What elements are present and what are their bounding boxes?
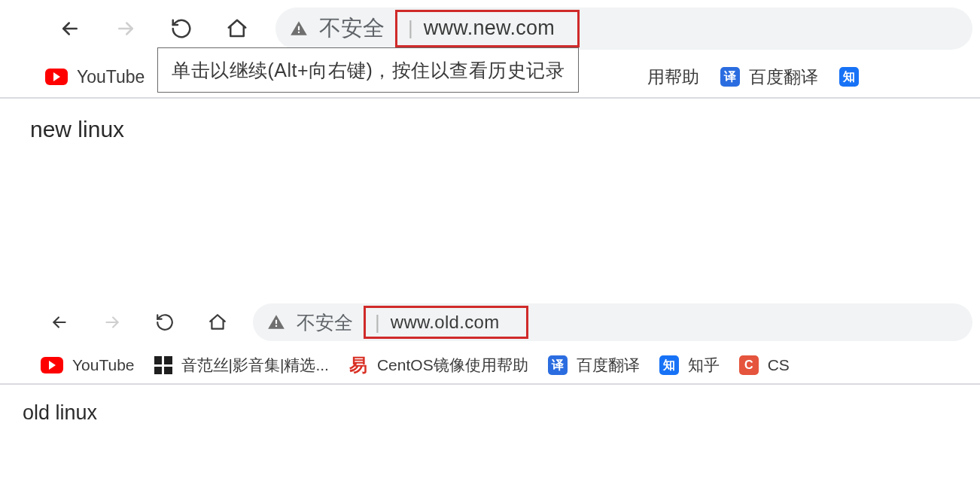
bookmark-yinfansi[interactable]: 音范丝|影音集|精选... <box>154 355 329 376</box>
home-icon <box>226 17 248 40</box>
csdn-icon: C <box>739 355 759 375</box>
address-bar[interactable]: 不安全 | www.old.com <box>253 303 972 341</box>
toolbar: 不安全 | www.old.com <box>0 297 980 347</box>
home-icon <box>208 312 227 332</box>
grid-icon <box>154 356 172 374</box>
bookmark-zhihu[interactable]: 知 知乎 <box>659 355 720 376</box>
home-button[interactable] <box>220 11 254 46</box>
bookmark-label: CentOS镜像使用帮助 <box>377 355 528 376</box>
translate-icon: 译 <box>720 67 740 87</box>
bookmark-label: YouTube <box>72 356 135 374</box>
bookmarks-bar: YouTube 单击以继续(Alt+向右键)，按住以查看历史记录 用帮助 译 百… <box>0 56 980 99</box>
bookmark-centos-partial[interactable]: 用帮助 <box>647 66 699 89</box>
youtube-icon <box>45 69 68 85</box>
bookmark-label: 用帮助 <box>647 66 699 89</box>
bookmark-centos[interactable]: 易 CentOS镜像使用帮助 <box>348 355 528 376</box>
back-button[interactable] <box>42 305 77 340</box>
zhihu-icon: 知 <box>839 67 859 87</box>
address-bar[interactable]: 不安全 | www.new.com <box>275 8 972 50</box>
url-text: www.old.com <box>391 312 500 333</box>
page-content: new linux <box>0 99 980 160</box>
bookmark-label: CS <box>768 356 790 374</box>
reload-button[interactable] <box>148 305 182 340</box>
svg-rect-3 <box>275 325 277 327</box>
reload-icon <box>170 17 193 40</box>
insecure-label: 不安全 <box>319 14 385 44</box>
forward-button-tooltip: 单击以继续(Alt+向右键)，按住以查看历史记录 <box>157 47 579 93</box>
bookmark-label: 音范丝|影音集|精选... <box>181 355 329 376</box>
youtube-icon <box>41 357 63 373</box>
back-button[interactable] <box>53 11 87 46</box>
reload-icon <box>155 312 175 332</box>
tooltip-text: 单击以继续(Alt+向右键)，按住以查看历史记录 <box>172 58 565 83</box>
bookmark-baidu-fanyi[interactable]: 译 百度翻译 <box>548 355 640 376</box>
svg-rect-1 <box>298 31 300 32</box>
bookmarks-bar: YouTube 音范丝|影音集|精选... 易 CentOS镜像使用帮助 译 百… <box>0 347 980 385</box>
svg-rect-0 <box>298 26 300 29</box>
insecure-warning-icon <box>266 312 286 332</box>
page-body-text: old linux <box>23 401 97 424</box>
bookmark-label: 百度翻译 <box>577 355 640 376</box>
arrow-left-icon <box>59 17 81 40</box>
arrow-left-icon <box>50 312 69 332</box>
insecure-label: 不安全 <box>297 310 353 335</box>
bookmark-zhihu[interactable]: 知 <box>839 67 859 87</box>
page-body-text: new linux <box>30 117 124 142</box>
translate-icon: 译 <box>548 355 568 375</box>
insecure-warning-icon <box>289 19 309 38</box>
forward-button[interactable] <box>108 11 143 46</box>
url-text: www.new.com <box>424 17 555 40</box>
forward-button[interactable] <box>95 305 129 340</box>
bookmark-label: YouTube <box>77 67 145 87</box>
browser-window-new: 不安全 | www.new.com YouTube 单击以继续(Alt+向右键)… <box>0 0 980 297</box>
bookmark-label: 百度翻译 <box>749 66 818 89</box>
url-highlight: | www.old.com <box>364 306 528 339</box>
svg-rect-2 <box>275 320 277 324</box>
url-separator: | <box>375 311 380 334</box>
page-content: old linux <box>0 385 980 441</box>
url-separator: | <box>408 17 413 40</box>
arrow-right-icon <box>114 17 137 40</box>
home-button[interactable] <box>200 305 235 340</box>
bookmark-baidu-fanyi[interactable]: 译 百度翻译 <box>720 66 818 89</box>
centos-favicon-icon: 易 <box>348 355 368 375</box>
bookmark-youtube[interactable]: YouTube <box>45 67 145 87</box>
arrow-right-icon <box>102 312 122 332</box>
reload-button[interactable] <box>164 11 199 46</box>
zhihu-icon: 知 <box>659 355 679 375</box>
bookmark-label: 知乎 <box>688 355 720 376</box>
url-highlight: | www.new.com <box>395 10 580 47</box>
bookmark-youtube[interactable]: YouTube <box>41 356 135 374</box>
bookmark-csdn[interactable]: C CS <box>739 355 790 375</box>
browser-window-old: 不安全 | www.old.com YouTube 音范丝|影音集|精选... … <box>0 297 980 441</box>
